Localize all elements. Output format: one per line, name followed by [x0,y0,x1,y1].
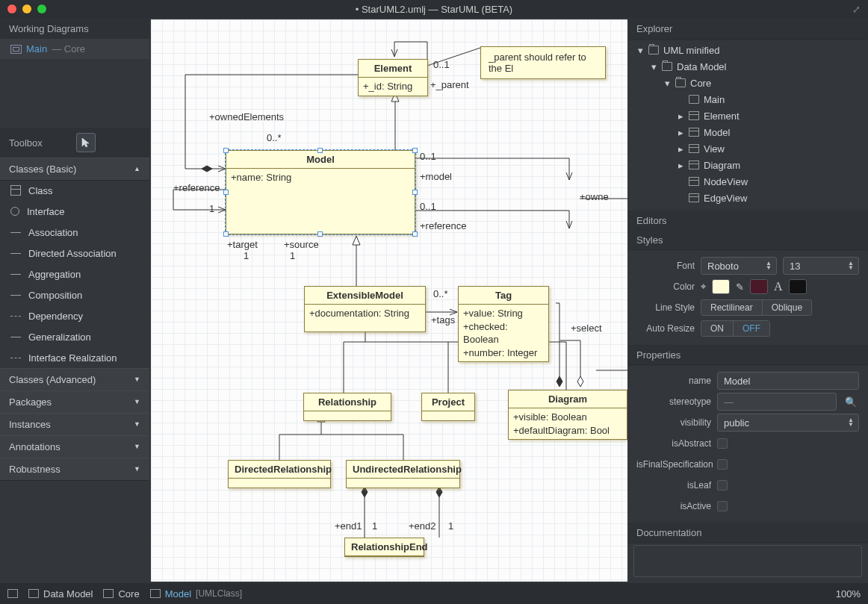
tree-node-edgeview[interactable]: EdgeView [627,190,868,206]
tool-dependency[interactable]: Dependency [0,305,149,326]
disclosure-icon[interactable]: ▸ [677,160,684,171]
tree-node-diagram[interactable]: ▸Diagram [627,157,868,173]
prop-isactive-checkbox[interactable] [717,501,728,511]
disclosure-icon[interactable]: ▸ [677,127,684,138]
tree-node-data-model[interactable]: ▾Data Model [627,58,868,75]
tool-interface-realization[interactable]: Interface Realization [0,347,149,368]
uml-class-diagram[interactable]: Diagram +visible: Boolean+defaultDiagram… [508,390,627,440]
breadcrumb-selected[interactable]: Model [UMLClass] [150,588,242,600]
minimize-icon[interactable] [22,4,31,13]
select-tool-button[interactable] [76,133,96,152]
autoresize-toggle[interactable]: ON OFF [701,320,770,337]
tree-node-nodeview[interactable]: NodeView [627,173,868,190]
autoresize-on[interactable]: ON [701,321,733,336]
explorer-tree: ▾UML minified▾Data Model▾CoreMain▸Elemen… [627,39,868,211]
breadcrumb-datamodel[interactable]: Data Model [28,588,93,600]
window-title: • StarUML2.umlj — StarUML (BETA) [0,4,868,15]
tree-node-core[interactable]: ▾Core [627,75,868,91]
right-sidebar: Explorer ▾UML minified▾Data Model▾CoreMa… [627,18,868,583]
tree-node-view[interactable]: ▸View [627,140,868,157]
autoresize-off[interactable]: OFF [733,321,769,336]
prop-isleaf-label: isLeaf [636,480,711,491]
prop-visibility-label: visibility [636,417,711,428]
documentation-textarea[interactable] [633,545,862,577]
status-root-icon[interactable] [7,589,18,598]
tree-node-model[interactable]: ▸Model [627,124,868,140]
linestyle-toggle[interactable]: Rectilinear Oblique [701,299,812,316]
diagram-icon [10,45,22,54]
edge-label: +end1 [335,520,362,532]
tool-generalization[interactable]: Generalization [0,326,149,347]
tree-node-element[interactable]: ▸Element [627,108,868,124]
styles-panel: Font Roboto▲▼ 13▲▼ Color ⌖ ✎ A Line Styl… [627,249,868,345]
edge-label: 0..1 [433,59,450,70]
uml-note[interactable]: _parent should refer to the El [480,46,606,79]
toolbox-category-classes-advanced-[interactable]: Classes (Advanced)▼ [0,368,149,390]
tool-directed-association[interactable]: Directed Association [0,243,149,264]
title-bar: • StarUML2.umlj — StarUML (BETA) ⤢ [0,0,868,18]
disclosure-icon[interactable]: ▾ [636,45,644,56]
uml-class-element[interactable]: Element +_id: String [358,59,428,96]
font-size-select[interactable]: 13▲▼ [783,257,859,275]
linestyle-oblique[interactable]: Oblique [762,300,811,315]
font-color-swatch[interactable] [789,279,807,294]
edge-label: +end2 [409,520,436,532]
node-icon [689,128,699,137]
disclosure-icon[interactable]: ▾ [663,78,671,89]
search-icon[interactable]: 🔍 [843,396,859,408]
toolbox-category-robustness[interactable]: Robustness▼ [0,458,149,480]
prop-isabstract-checkbox[interactable] [717,438,728,449]
prop-stereotype-input[interactable]: — [717,393,837,411]
diagram-canvas[interactable]: _parent should refer to the El Element +… [151,19,627,582]
tool-interface[interactable]: Interface [0,201,149,222]
uml-class-undirectedrelationship[interactable]: UndirectedRelationship [346,460,460,488]
toolbox-category-instances[interactable]: Instances▼ [0,413,149,435]
edge-label: +model [420,171,452,182]
zoom-level[interactable]: 100% [836,588,861,600]
uml-class-relationship[interactable]: Relationship [303,393,391,421]
font-color-icon[interactable]: A [774,280,783,293]
fullscreen-icon[interactable]: ⤢ [852,4,861,15]
toolbox-category-annotations[interactable]: Annotations▼ [0,435,149,458]
tool-composition[interactable]: Composition [0,284,149,305]
breadcrumb-core[interactable]: Core [103,588,139,600]
zoom-icon[interactable] [37,4,46,13]
node-icon [675,78,686,87]
uml-class-relationshipend[interactable]: RelationshipEnd [344,538,424,557]
disclosure-icon[interactable]: ▸ [677,110,684,122]
editors-header: Editors [627,211,868,230]
uml-class-model[interactable]: Model +name: String [226,150,415,234]
edge-label: +_parent [430,79,469,90]
tool-icon [10,185,21,196]
uml-class-tag[interactable]: Tag +value: String +checked: Boolean +nu… [458,286,549,362]
toolbox-category-packages[interactable]: Packages▼ [0,390,149,413]
window-controls [0,4,46,13]
prop-name-label: name [636,376,711,386]
uml-class-project[interactable]: Project [421,393,475,421]
fill-color-swatch[interactable] [712,279,730,294]
prop-name-input[interactable]: Model [717,372,859,390]
pencil-icon[interactable]: ✎ [736,281,744,293]
color-label: Color [636,281,695,292]
tool-aggregation[interactable]: Aggregation [0,264,149,284]
uml-class-directedrelationship[interactable]: DirectedRelationship [228,460,331,488]
uml-class-extensiblemodel[interactable]: ExtensibleModel +documentation: String [304,286,426,332]
eyedropper-icon[interactable]: ⌖ [701,281,706,293]
tree-node-main[interactable]: Main [627,91,868,108]
tree-node-uml-minified[interactable]: ▾UML minified [627,42,868,58]
prop-isfinal-checkbox[interactable] [717,459,728,470]
chevron-down-icon: ▼ [134,376,140,383]
linestyle-rectilinear[interactable]: Rectilinear [701,300,762,315]
prop-visibility-select[interactable]: public▲▼ [717,414,859,432]
font-label: Font [636,261,695,271]
toolbox-category-classes-basic[interactable]: Classes (Basic)▲ [0,158,149,180]
prop-isleaf-checkbox[interactable] [717,480,728,491]
tool-class[interactable]: Class [0,180,149,201]
line-color-swatch[interactable] [750,279,768,294]
disclosure-icon[interactable]: ▾ [650,61,657,72]
working-diagram-item[interactable]: Main — Core [0,39,149,59]
close-icon[interactable] [7,4,16,13]
disclosure-icon[interactable]: ▸ [677,143,684,155]
font-select[interactable]: Roboto▲▼ [701,257,777,275]
tool-association[interactable]: Association [0,222,149,243]
